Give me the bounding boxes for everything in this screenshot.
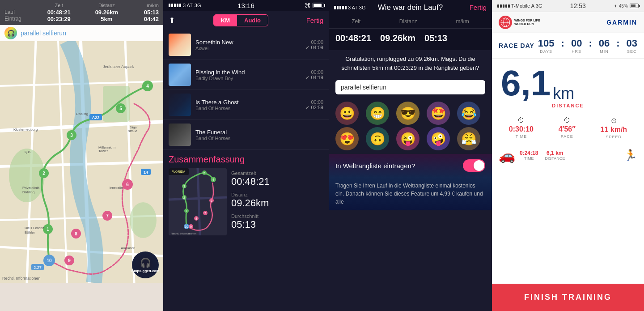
col-zeit: Zeit <box>352 18 360 25</box>
svg-text:Q19: Q19 <box>25 150 32 154</box>
carrier-3: 3 AT 3G <box>334 5 366 10</box>
svg-text:Tower: Tower <box>98 149 108 153</box>
svg-text:Jedleseer Aupark: Jedleseer Aupark <box>103 64 134 69</box>
km-audio-toggle[interactable]: KM Audio <box>213 14 268 26</box>
pace-block: ⏱ 4′56″ PACE <box>559 116 576 139</box>
emoji-4[interactable]: 🤩 <box>427 102 450 125</box>
runplugged-logo: 🎧 runplugged.com <box>132 251 159 278</box>
song-info-1: Somethin New Axwell <box>195 39 301 51</box>
song-end-1: ✓ 04:09 <box>305 45 323 51</box>
car-dist-label: DISTANCE <box>545 156 565 161</box>
time-4: 12:53 <box>570 2 586 9</box>
signal-4 <box>497 4 510 8</box>
emoji-9[interactable]: 🤪 <box>427 127 450 150</box>
network-3: 3G <box>359 5 366 10</box>
emoji-2[interactable]: 😁 <box>366 102 389 125</box>
garmin-logo: GARMIN <box>606 19 637 26</box>
comparison-row: 🚗 0:24:18 TIME 6,1 km DISTANCE 🏃 <box>492 143 644 168</box>
svg-text:1: 1 <box>186 209 187 213</box>
emoji-1[interactable]: 😀 <box>335 102 359 125</box>
svg-text:Privatklinik: Privatklinik <box>22 186 40 190</box>
emoji-3[interactable]: 😎 <box>396 102 419 125</box>
finish-training-button[interactable]: FINISH TRAINING <box>492 284 644 311</box>
km-toggle-btn[interactable]: KM <box>214 15 237 26</box>
durchschnitt-label: Durchschnitt <box>231 213 323 219</box>
car-dist: 6,1 km <box>545 150 565 156</box>
car-time: 0:24:18 <box>520 150 538 156</box>
stats-column-labels: Zeit Distanz m/km <box>4 3 159 8</box>
upload-icon[interactable]: ⬆ <box>169 16 175 26</box>
run-stats-header: Zeit Distanz m/km Lauf 00:48:21 09.26km … <box>0 0 163 25</box>
summary-title: Zusammenfassung <box>169 154 323 165</box>
pace-label: m/km <box>136 3 159 8</box>
svg-text:3: 3 <box>70 133 73 138</box>
big-km-value: 6,1 <box>501 63 551 103</box>
song-artist-2: Badly Drawn Boy <box>195 76 301 81</box>
map-view[interactable]: 4 5 3 2 1 6 7 8 9 10 2:27 A22 <box>0 41 163 283</box>
hrs-label: HRS <box>571 49 582 54</box>
car-icon: 🚗 <box>499 148 515 163</box>
song-artist-4: Band Of Horses <box>195 136 319 141</box>
emoji-7[interactable]: 🙃 <box>366 127 389 150</box>
fertig-button-2[interactable]: Fertig <box>306 17 323 24</box>
song-title-1: Somethin New <box>195 39 301 46</box>
stat-values-row: 00:48:21 09.26km 05:13 <box>335 33 485 43</box>
emoji-10[interactable]: 😤 <box>457 127 480 150</box>
run-name-input[interactable] <box>335 80 485 94</box>
panel-music: 3 AT 3G 13:16 ⌘ ⬆ KM Audio Fertig Someth… <box>163 0 329 311</box>
time-icon: ⏱ <box>509 116 534 124</box>
svg-text:Jäger: Jäger <box>130 126 138 129</box>
emoji-8[interactable]: 😜 <box>396 127 419 150</box>
song-item-2[interactable]: Pissing in the Wind Badly Drawn Boy 00:0… <box>163 60 329 90</box>
distanz-label: Distanz <box>89 3 124 8</box>
eintrag-row: Eintrag 00:23:29 5km 04:42 <box>4 16 159 22</box>
song-item-4[interactable]: The Funeral Band Of Horses <box>163 120 329 150</box>
status-bar-3: 3 AT 3G Wie war dein Lauf? Fertig <box>329 0 492 15</box>
name-input-area[interactable] <box>329 77 492 98</box>
emoji-grid[interactable]: 😀 😁 😎 🤩 😂 😍 🙃 😜 🤪 😤 <box>329 98 492 154</box>
eintrag-time: 00:23:29 <box>41 16 77 22</box>
emoji-6[interactable]: 😍 <box>335 127 359 150</box>
lauf-dist: 09.26km <box>89 9 124 16</box>
carrier-info: 3 AT 3G <box>169 3 201 8</box>
svg-text:Augarten: Augarten <box>121 246 135 250</box>
song-times-3: 00:00 ✓ 02:59 <box>305 99 323 111</box>
big-km-unit: km <box>553 84 574 102</box>
svg-text:FLORIDA: FLORIDA <box>172 170 186 173</box>
panel-garmin: T-Mobile A 3G 12:53 ✦ 45% <box>492 0 644 311</box>
song-item-3[interactable]: Is There a Ghost Band Of Horses 00:00 ✓ … <box>163 90 329 120</box>
pace-label: PACE <box>559 134 576 139</box>
lauf-pace: 05:13 <box>136 9 159 16</box>
eintrag-row-label: Eintrag <box>4 16 29 22</box>
signal-dots <box>169 4 181 7</box>
audio-toggle-btn[interactable]: Audio <box>237 15 268 26</box>
song-artist-3: Band Of Horses <box>195 106 301 111</box>
gesamtzeit-label: Gesamtzeit <box>231 170 323 176</box>
svg-text:2: 2 <box>183 196 185 199</box>
song-item-1[interactable]: Somethin New Axwell 00:00 ✓ 04:09 <box>163 30 329 60</box>
svg-text:2:27: 2:27 <box>34 265 42 270</box>
svg-text:7: 7 <box>106 213 109 218</box>
comparison-stats: 0:24:18 TIME 6,1 km DISTANCE <box>520 150 565 161</box>
battery-bar-4 <box>630 4 639 8</box>
map-legal: Rechtl. Informationen <box>2 276 41 281</box>
distanz-value: 09.26km <box>231 197 323 209</box>
song-start-1: 00:00 <box>305 39 323 45</box>
svg-text:6: 6 <box>211 199 212 202</box>
svg-text:4: 4 <box>212 178 214 181</box>
km-audio-bar: ⬆ KM Audio Fertig <box>163 11 329 30</box>
hrs-value: 00 <box>571 38 582 49</box>
fertig-button-3[interactable]: Fertig <box>470 4 487 11</box>
song-times-1: 00:00 ✓ 04:09 <box>305 39 323 51</box>
emoji-5[interactable]: 😂 <box>457 102 480 125</box>
sec-label: SEC <box>627 49 637 54</box>
stat-dist: 09.26km <box>380 33 415 43</box>
time-value: 0:30:10 <box>509 125 534 133</box>
svg-text:4: 4 <box>146 84 149 89</box>
summary-section: Zusammenfassung 4 5 3 2 <box>163 150 329 238</box>
world-toggle-switch[interactable] <box>463 159 485 172</box>
separator-3: : <box>616 38 619 49</box>
song-start-2: 00:00 <box>305 69 323 75</box>
congrat-text: Gratulation, runplugged zu 09.26km. Mags… <box>329 50 492 77</box>
days-block: 105 DAYS <box>538 38 555 54</box>
